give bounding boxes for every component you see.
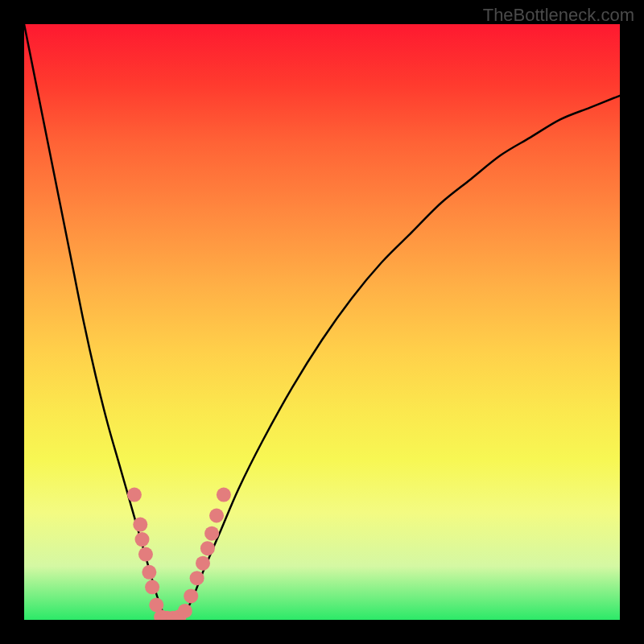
marker-dot — [184, 588, 198, 603]
marker-dot — [133, 518, 147, 532]
marker-dot — [217, 488, 231, 502]
marker-dot — [142, 565, 156, 580]
marker-dot — [127, 488, 142, 502]
marker-dot — [200, 541, 215, 555]
marker-dot — [138, 547, 153, 562]
marker-dots — [24, 24, 620, 620]
marker-dot — [190, 571, 204, 585]
marker-dot — [204, 526, 219, 541]
watermark-text: TheBottleneck.com — [483, 5, 634, 26]
marker-dot — [135, 532, 150, 547]
marker-dot — [178, 604, 192, 618]
marker-dot — [209, 509, 224, 523]
marker-dot — [145, 580, 159, 594]
chart-plot-area — [24, 24, 620, 620]
marker-dot — [196, 556, 210, 571]
